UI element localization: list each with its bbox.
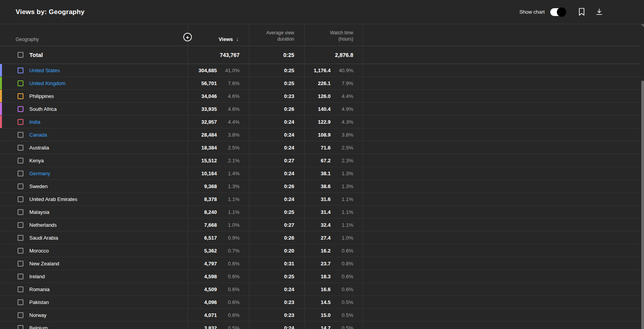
watch-time-value: 18.3	[321, 274, 331, 279]
watch-time-column-header[interactable]: Watch time (hours)	[304, 30, 363, 46]
watch-time-value: 14.5	[321, 299, 331, 305]
row-checkbox[interactable]	[18, 222, 23, 228]
country-name[interactable]: Canada	[29, 132, 47, 138]
views-value: 8,240	[204, 209, 217, 215]
watch-time-value: 122.9	[318, 119, 331, 125]
watch-time-value: 16.2	[321, 248, 331, 254]
views-value: 8,378	[204, 196, 217, 202]
views-value: 7,668	[204, 222, 217, 228]
add-metric-button[interactable]: +	[183, 33, 192, 41]
row-checkbox[interactable]	[18, 325, 23, 329]
views-percent: 1.4%	[222, 171, 240, 176]
avg-view-duration-value: 0:31	[284, 261, 294, 267]
table-row: Romania 4,509 0.6% 0:24 16.6 0.6%	[0, 283, 641, 296]
row-checkbox[interactable]	[18, 93, 23, 99]
watch-time-percent: 2.5%	[335, 145, 353, 151]
watch-time-value: 38.1	[321, 171, 331, 176]
views-percent: 0.9%	[222, 235, 240, 241]
table-row: Netherlands 7,668 1.0% 0:27 32.4 1.1%	[0, 219, 641, 231]
table-row: Germany 10,164 1.4% 0:24 38.1 1.3%	[0, 167, 641, 180]
watch-time-percent: 0.5%	[335, 325, 353, 329]
row-checkbox[interactable]	[18, 235, 23, 241]
row-checkbox[interactable]	[18, 106, 23, 112]
row-checkbox[interactable]	[18, 274, 23, 279]
total-checkbox[interactable]	[18, 52, 23, 58]
row-checkbox[interactable]	[18, 286, 23, 292]
scrollbar-top-cap	[641, 24, 644, 27]
row-checkbox[interactable]	[18, 196, 23, 202]
vertical-scrollbar[interactable]	[641, 81, 644, 329]
views-column-header[interactable]: Views ↓	[188, 36, 249, 46]
row-checkbox[interactable]	[18, 158, 23, 164]
watch-time-value: 126.0	[318, 93, 331, 99]
avg-view-duration-value: 0:24	[284, 132, 294, 138]
table-row: Ireland 4,598 0.6% 0:25 18.3 0.6%	[0, 270, 641, 283]
watch-time-value: 31.6	[321, 196, 331, 202]
views-percent: 4.4%	[222, 119, 240, 125]
download-icon[interactable]	[596, 9, 603, 15]
row-checkbox[interactable]	[18, 132, 23, 138]
watch-time-value: 23.7	[321, 261, 331, 267]
country-name: Norway	[29, 312, 47, 318]
country-name[interactable]: India	[29, 119, 40, 125]
watch-time-value: 27.4	[321, 235, 331, 241]
country-name: United Arab Emirates	[29, 196, 77, 202]
watch-time-percent: 1.0%	[335, 235, 353, 241]
country-name[interactable]: United States	[29, 68, 60, 73]
analytics-toolbar: Views by: Geography Show chart	[0, 0, 644, 24]
avg-view-duration-value: 0:25	[284, 80, 294, 86]
row-checkbox[interactable]	[18, 145, 23, 151]
row-checkbox[interactable]	[18, 80, 23, 86]
views-percent: 0.5%	[222, 325, 240, 329]
views-percent: 4.6%	[222, 93, 240, 99]
watch-time-percent: 1.3%	[335, 183, 353, 189]
row-checkbox[interactable]	[18, 68, 23, 73]
table-row: Malaysia 8,240 1.1% 0:25 31.4 1.1%	[0, 206, 641, 219]
bookmark-icon[interactable]	[578, 8, 585, 16]
country-name: Australia	[29, 145, 49, 151]
avg-view-duration-value: 0:27	[284, 158, 294, 164]
views-percent: 1.3%	[222, 183, 240, 189]
row-checkbox[interactable]	[18, 119, 23, 125]
row-checkbox[interactable]	[18, 209, 23, 215]
watch-time-percent: 1.1%	[335, 196, 353, 202]
watch-time-value: 1,176.4	[314, 68, 331, 73]
country-name[interactable]: Germany	[29, 171, 50, 176]
views-value: 6,517	[204, 235, 217, 241]
views-percent: 0.7%	[222, 248, 240, 254]
table-row: New Zealand 4,797 0.6% 0:31 23.7 0.8%	[0, 257, 641, 270]
watch-time-percent: 0.5%	[335, 312, 353, 318]
table-row: Sweden 9,368 1.3% 0:26 38.6 1.3%	[0, 180, 641, 193]
country-name: Pakistan	[29, 299, 49, 305]
views-column-label: Views	[218, 36, 233, 42]
views-percent: 2.5%	[222, 145, 240, 151]
avg-view-duration-value: 0:26	[284, 106, 294, 112]
table-row: India 32,957 4.4% 0:24 122.9 4.3%	[0, 116, 641, 128]
row-checkbox[interactable]	[18, 261, 23, 267]
row-checkbox[interactable]	[18, 183, 23, 189]
avg-view-duration-value: 0:27	[284, 222, 294, 228]
show-chart-toggle[interactable]	[550, 8, 565, 16]
views-value: 4,797	[204, 261, 217, 267]
row-checkbox[interactable]	[18, 299, 23, 305]
avg-view-duration-value: 0:24	[284, 145, 294, 151]
country-name[interactable]: United Kingdom	[29, 80, 66, 86]
country-name: Morocco	[29, 248, 49, 254]
row-checkbox[interactable]	[18, 312, 23, 318]
table-row: Morocco 5,362 0.7% 0:20 16.2 0.6%	[0, 244, 641, 257]
views-value: 4,598	[204, 274, 217, 279]
row-checkbox[interactable]	[18, 171, 23, 176]
views-percent: 3.8%	[222, 132, 240, 138]
views-percent: 7.6%	[222, 80, 240, 86]
avg-view-duration-value: 0:26	[284, 183, 294, 189]
watch-time-value: 32.4	[321, 222, 331, 228]
table-row: United Kingdom 56,701 7.6% 0:25 226.1 7.…	[0, 77, 641, 90]
views-value: 10,164	[201, 171, 217, 176]
watch-time-value: 15.0	[321, 312, 331, 318]
country-name: Sweden	[29, 183, 48, 189]
views-percent: 0.6%	[222, 274, 240, 279]
row-checkbox[interactable]	[18, 248, 23, 254]
country-name: Kenya	[29, 158, 44, 164]
watch-time-value: 38.6	[321, 183, 331, 189]
avg-view-duration-column-header[interactable]: Average view duration	[249, 30, 304, 46]
